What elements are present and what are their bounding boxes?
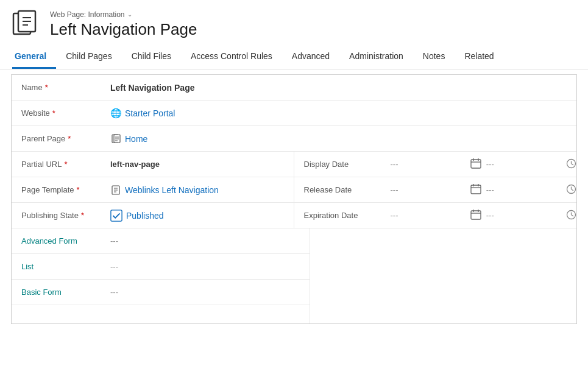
website-row: Website * 🌐 Starter Portal: [12, 101, 576, 126]
svg-rect-10: [471, 160, 481, 168]
tab-child-files[interactable]: Child Files: [122, 45, 181, 69]
display-date-left-value: ---: [386, 154, 470, 175]
page-title: Left Navigation Page: [50, 20, 197, 39]
display-date-time-icon[interactable]: [566, 158, 576, 171]
partial-url-required-marker: *: [64, 160, 67, 169]
parent-page-label: Parent Page *: [12, 126, 103, 151]
tab-advanced[interactable]: Advanced: [282, 45, 339, 69]
tab-general[interactable]: General: [12, 45, 56, 69]
partial-url-display-date-row: Partial URL * left-nav-page Display Date…: [12, 152, 576, 177]
display-date-right-value: ---: [481, 154, 566, 175]
website-required-marker: *: [52, 108, 55, 118]
svg-rect-21: [471, 185, 481, 194]
expiration-date-right-value: ---: [481, 205, 566, 226]
release-date-label: Release Date: [294, 178, 386, 201]
publishing-state-value: Published: [103, 203, 294, 228]
advanced-form-row: Advanced Form ---: [12, 228, 310, 254]
file-icon: [110, 185, 121, 196]
website-value: 🌐 Starter Portal: [103, 101, 576, 125]
tab-notes[interactable]: Notes: [413, 45, 455, 69]
parent-page-link[interactable]: Home: [125, 134, 147, 144]
list-row: List ---: [12, 254, 310, 280]
page-template-label: Page Template *: [12, 178, 103, 201]
name-label: Name *: [12, 75, 103, 100]
publishing-state-label: Publishing State *: [12, 204, 103, 227]
list-link[interactable]: List: [21, 262, 34, 271]
form-container: Name * Left Navigation Page Website * 🌐 …: [11, 74, 577, 324]
name-row: Name * Left Navigation Page: [12, 75, 576, 101]
tab-administration[interactable]: Administration: [339, 45, 413, 69]
page-template-link[interactable]: Weblinks Left Navigation: [125, 185, 219, 195]
parent-page-value: Home: [103, 126, 576, 151]
tab-child-pages[interactable]: Child Pages: [56, 45, 122, 69]
globe-icon: 🌐: [110, 108, 121, 119]
basic-form-label: Basic Form: [12, 280, 103, 305]
name-required-marker: *: [45, 83, 48, 92]
website-link[interactable]: Starter Portal: [125, 108, 175, 118]
parent-page-required-marker: *: [68, 134, 71, 143]
breadcrumb-chevron-icon[interactable]: ⌄: [127, 11, 132, 18]
release-date-left-value: ---: [386, 179, 470, 200]
header-text: Web Page: Information ⌄ Left Navigation …: [50, 10, 197, 39]
expiration-date-calendar-icon[interactable]: [470, 209, 481, 222]
publishing-state-link[interactable]: Published: [126, 211, 164, 221]
name-value: Left Navigation Page: [103, 75, 576, 100]
advanced-form-label: Advanced Form: [12, 228, 103, 253]
partial-url-value: left-nav-page: [103, 154, 294, 175]
published-icon: [110, 210, 122, 222]
breadcrumb: Web Page: Information ⌄: [50, 10, 197, 19]
svg-line-16: [572, 163, 574, 165]
publishing-state-expiration-date-row: Publishing State * Published Expiration …: [12, 203, 576, 228]
svg-line-35: [572, 214, 574, 216]
page-header: Web Page: Information ⌄ Left Navigation …: [0, 0, 588, 45]
partial-url-section: Partial URL * left-nav-page: [12, 152, 294, 177]
basic-form-link[interactable]: Basic Form: [21, 288, 62, 297]
page-template-release-date-row: Page Template * Weblinks Left Navigation: [12, 177, 576, 203]
parent-page-row: Parent Page * Home: [12, 126, 576, 152]
advanced-form-link[interactable]: Advanced Form: [21, 236, 77, 246]
release-date-right-value: ---: [481, 179, 566, 200]
tab-access-control[interactable]: Access Control Rules: [181, 45, 282, 69]
list-value: ---: [103, 254, 310, 279]
page-icon: [110, 133, 121, 144]
basic-form-row: Basic Form ---: [12, 280, 310, 305]
release-date-section: Release Date --- ---: [294, 177, 577, 202]
tabs-nav: General Child Pages Child Files Access C…: [0, 45, 588, 69]
page-template-value: Weblinks Left Navigation: [103, 178, 294, 202]
publishing-state-section: Publishing State * Published: [12, 203, 294, 228]
svg-rect-29: [471, 211, 481, 219]
advanced-form-value: ---: [103, 228, 310, 253]
tab-content: Name * Left Navigation Page Website * 🌐 …: [0, 74, 588, 336]
app-logo-icon: [12, 10, 41, 39]
empty-bottom-row: [12, 305, 310, 323]
release-date-calendar-icon[interactable]: [470, 183, 481, 196]
svg-line-27: [572, 189, 574, 191]
list-label: List: [12, 254, 103, 279]
publishing-state-required-marker: *: [81, 211, 84, 220]
expiration-date-left-value: ---: [386, 205, 470, 226]
display-date-calendar-icon[interactable]: [470, 158, 481, 171]
svg-rect-28: [111, 210, 122, 221]
display-date-label: Display Date: [294, 153, 386, 175]
basic-form-value: ---: [103, 280, 310, 305]
expiration-date-label: Expiration Date: [294, 204, 386, 227]
breadcrumb-text: Web Page: Information: [50, 10, 125, 19]
release-date-time-icon[interactable]: [566, 184, 576, 196]
page-template-section: Page Template * Weblinks Left Navigation: [12, 177, 294, 202]
expiration-date-section: Expiration Date --- ---: [294, 203, 577, 228]
page-template-required-marker: *: [77, 185, 80, 194]
expiration-date-time-icon[interactable]: [566, 210, 576, 222]
website-label: Website *: [12, 101, 103, 125]
partial-url-label: Partial URL *: [12, 153, 103, 175]
tab-related[interactable]: Related: [455, 45, 503, 69]
display-date-section: Display Date --- ---: [294, 152, 577, 177]
